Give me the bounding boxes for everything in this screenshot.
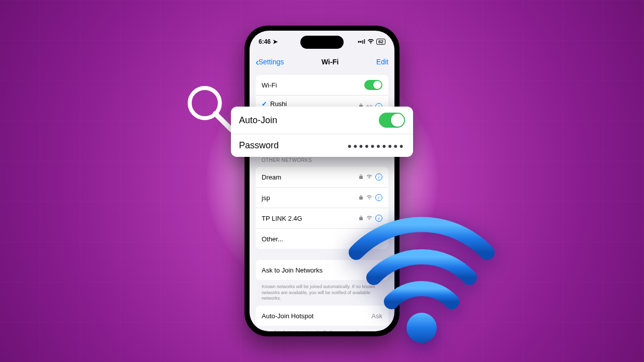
status-time: 6:46 [259,38,271,45]
other-networks-header: OTHER NETWORKS [262,157,382,163]
autojoin-toggle[interactable] [379,113,405,128]
autojoin-label: Auto-Join [239,115,277,126]
svg-point-2 [407,313,437,343]
wifi-toggle[interactable] [364,80,382,90]
location-icon: ➤ [273,38,278,45]
wifi-toggle-row[interactable]: Wi-Fi [256,75,388,96]
dynamic-island [300,36,344,49]
password-mask: ●●●●●●●●●● [347,142,405,150]
wifi-status-icon [367,38,374,45]
edit-button[interactable]: Edit [376,58,388,66]
wifi-signal-icon [366,174,372,180]
big-wifi-icon [346,197,497,348]
lock-icon [359,174,363,180]
page-title: Wi-Fi [321,58,339,66]
password-label: Password [239,140,279,151]
back-button[interactable]: ‹ Settings [256,56,284,68]
signal-icon: ••ıl [358,38,365,45]
svg-line-1 [215,114,231,130]
network-name: TP LINK 2.4G [262,215,302,222]
hotspot-label: Auto-Join Hotspot [262,312,313,320]
ask-join-label: Ask to Join Networks [262,266,323,274]
network-row-0[interactable]: Dream i [256,167,388,188]
network-name: Dream [262,173,281,181]
info-icon[interactable]: i [375,173,382,180]
password-row[interactable]: Password ●●●●●●●●●● [231,134,413,157]
other-label: Other... [262,235,283,243]
wifi-toggle-label: Wi-Fi [262,81,277,89]
network-detail-card: Auto-Join Password ●●●●●●●●●● [231,107,413,157]
nav-bar: ‹ Settings Wi-Fi Edit [250,53,394,71]
network-name: jsp [262,194,270,202]
magnifier-icon [177,80,237,141]
autojoin-row[interactable]: Auto-Join [231,107,413,134]
back-label: Settings [259,58,284,66]
battery-icon: 62 [376,39,385,45]
